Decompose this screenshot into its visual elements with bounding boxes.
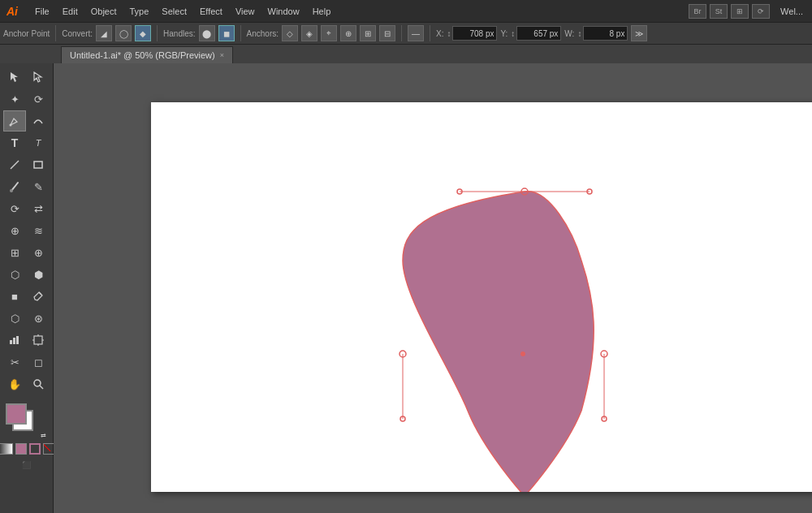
grid-icon[interactable]: ⊞ [731,4,749,19]
pen-tool[interactable] [3,110,26,131]
color-mode-icon[interactable] [0,443,13,455]
direct-select-tool[interactable] [27,67,50,88]
w-label: W: [564,29,574,38]
anchors-btn5[interactable]: ⊞ [360,25,376,41]
svg-point-2 [10,124,12,127]
free-transform-tool[interactable]: ⊞ [3,242,26,263]
convert-label: Convert: [62,29,93,38]
shape-builder-tool[interactable]: ⊕ [27,242,50,263]
menu-object[interactable]: Object [85,4,123,19]
x-input[interactable] [452,26,497,41]
svg-line-3 [11,161,19,169]
x-label: X: [436,29,443,38]
svg-marker-1 [34,72,41,82]
ai-logo: Ai [3,5,21,18]
stroke-indicator[interactable] [29,443,41,455]
more-options-btn[interactable]: ≫ [631,25,647,41]
width-tool[interactable]: ⊕ [3,220,26,241]
blend-tool[interactable]: ⬡ [3,308,26,329]
change-screen-mode-btn[interactable]: ⬛ [18,458,36,472]
menu-right-area: Br St ⊞ ⟳ Wel... [689,4,809,19]
swap-colors-icon[interactable]: ⇄ [41,432,46,439]
artboard-tool[interactable] [27,330,50,351]
reflect-tool[interactable]: ⇄ [27,198,50,219]
tab-title: Untitled-1.ai* @ 50% (RGB/Preview) [70,50,215,60]
anchors-btn3[interactable]: ⌖ [321,25,337,41]
convert-auto-btn[interactable]: ◆ [135,25,151,41]
anchors-btn1[interactable]: ◇ [282,25,298,41]
tool-row-2: ✦ ⟳ [3,88,50,110]
fill-indicator[interactable] [15,443,27,455]
bottom-tool-section: ⬛ [0,443,54,472]
rotate-tool[interactable]: ⟳ [3,198,26,219]
separator-2 [157,25,158,41]
curvature-tool[interactable] [27,110,50,131]
select-tool[interactable] [3,67,26,88]
tool-row-13 [3,330,50,351]
pencil-tool[interactable]: ✎ [27,176,50,197]
anchors-btn6[interactable]: ⊟ [379,25,395,41]
menu-edit[interactable]: Edit [57,4,84,19]
handles-btn2[interactable]: ◼ [218,25,235,41]
anchors-btn2[interactable]: ◈ [301,25,317,41]
y-input[interactable] [516,26,561,41]
options-toolbar: Anchor Point Convert: ◢ ◯ ◆ Handles: ⬤ ◼… [0,22,812,45]
convert-smooth-btn[interactable]: ◯ [115,25,132,41]
user-label[interactable]: Wel... [775,4,809,19]
document-tab[interactable]: Untitled-1.ai* @ 50% (RGB/Preview) × [61,46,233,63]
main-shape[interactable] [403,192,594,492]
tool-row-5 [3,154,50,175]
column-graph-tool[interactable] [3,330,26,351]
anchors-btn4[interactable]: ⊕ [340,25,356,41]
svg-line-16 [40,386,43,389]
warp-tool[interactable]: ≋ [27,220,50,241]
tab-close-btn[interactable]: × [220,51,224,59]
convert-corner-btn[interactable]: ◢ [96,25,112,41]
type-tool[interactable]: T [3,132,26,153]
menu-file[interactable]: File [29,4,55,19]
menu-window[interactable]: Window [262,4,305,19]
menu-help[interactable]: Help [307,4,337,19]
zoom-tool[interactable] [27,373,50,394]
y-label: Y: [500,29,508,38]
svg-point-5 [10,189,13,192]
menu-effect[interactable]: Effect [194,4,228,19]
line-tool[interactable] [3,154,26,175]
svg-rect-4 [34,162,42,168]
tool-row-6: ✎ [3,176,50,197]
tool-row-15: ✋ [3,373,50,394]
menu-type[interactable]: Type [124,4,155,19]
rect-tool[interactable] [27,154,50,175]
tool-row-12: ⬡ ⊛ [3,308,50,329]
menu-view[interactable]: View [230,4,261,19]
align-btn[interactable]: — [408,25,424,41]
mesh-tool[interactable]: ⬢ [27,264,50,285]
svg-point-15 [34,380,41,386]
shape-center-dot [520,351,525,356]
separator-3 [240,25,241,41]
symbol-sprayer-tool[interactable]: ⊛ [27,308,50,329]
hand-tool[interactable]: ✋ [3,373,26,394]
svg-rect-8 [13,338,15,344]
tool-row-10: ⬡ ⬢ [3,264,50,285]
lasso-tool[interactable]: ⟳ [27,88,50,110]
bridge-icon[interactable]: Br [689,4,706,19]
slice-tool[interactable]: ✂ [3,351,26,373]
tool-row-14: ✂ ◻ [3,351,50,373]
touch-type-tool[interactable]: T [27,132,50,153]
fill-color-box[interactable] [6,403,27,425]
magic-wand-tool[interactable]: ✦ [3,88,26,110]
main-area: ✦ ⟳ T T ✎ [0,63,812,513]
handles-btn1[interactable]: ⬤ [199,25,215,41]
paintbrush-tool[interactable] [3,176,26,197]
eyedropper-tool[interactable] [27,286,50,307]
sync-icon[interactable]: ⟳ [752,4,770,19]
tool-row-4: T T [3,132,50,153]
menu-select[interactable]: Select [156,4,192,19]
perspective-tool[interactable]: ⬡ [3,264,26,285]
w-input[interactable] [583,26,628,41]
stock-icon[interactable]: St [710,4,728,19]
none-indicator[interactable] [43,443,54,455]
gradient-tool[interactable]: ■ [3,286,26,307]
eraser-tool[interactable]: ◻ [27,351,50,373]
